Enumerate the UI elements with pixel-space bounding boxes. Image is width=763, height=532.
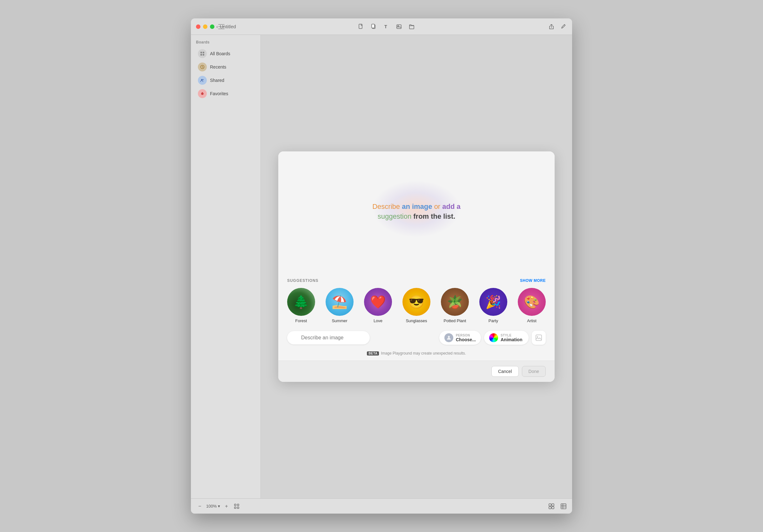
suggestion-pottedplant-label: Potted Plant [444, 318, 466, 323]
suggestion-sunglasses[interactable]: 😎 Sunglasses [402, 288, 430, 323]
svg-point-11 [201, 79, 202, 80]
folder-icon[interactable] [408, 23, 415, 30]
svg-rect-20 [549, 504, 551, 506]
suggestion-artist-icon: 🎨 [518, 288, 546, 316]
main-content: Describe an image or add a suggestion fr… [261, 35, 572, 498]
suggestion-summer-icon: ⛱️ [326, 288, 354, 316]
image-playground-modal: Describe an image or add a suggestion fr… [278, 151, 555, 382]
svg-rect-7 [203, 52, 204, 53]
edit-icon[interactable] [560, 23, 567, 30]
beta-notice-text: Image Playground may create unexpected r… [381, 351, 466, 356]
person-category: PERSON [456, 334, 476, 337]
table-view-button[interactable] [560, 503, 567, 510]
zoom-in-button[interactable]: + [223, 502, 230, 510]
svg-rect-22 [549, 507, 551, 509]
suggestions-header: SUGGESTIONS SHOW MORE [287, 278, 546, 283]
suggestion-party-icon: 🎉 [479, 288, 507, 316]
back-button[interactable]: ‹ Untitled [216, 24, 236, 29]
sidebar-item-shared[interactable]: Shared [193, 74, 259, 87]
svg-rect-18 [234, 507, 236, 508]
beta-notice: BETA Image Playground may create unexpec… [278, 351, 555, 361]
show-more-button[interactable]: SHOW MORE [520, 278, 546, 283]
style-palette-icon [489, 333, 498, 342]
suggestion-party-label: Party [489, 318, 498, 323]
person-chip[interactable]: PERSON Choose... [439, 331, 481, 345]
style-value: Animation [500, 337, 522, 342]
modal-overlay: Describe an image or add a suggestion fr… [261, 35, 572, 498]
prompt-word-add: add a [442, 203, 460, 211]
zoom-dropdown-icon: ▾ [218, 504, 220, 508]
suggestion-sunglasses-label: Sunglasses [406, 318, 427, 323]
suggestion-pottedplant-icon: 🪴 [441, 288, 469, 316]
grid-layout-button[interactable] [548, 503, 555, 510]
app-window: ‹ Untitled T [191, 18, 572, 514]
suggestion-forest[interactable]: 🌲 Forest [287, 288, 315, 323]
person-chip-label: PERSON Choose... [456, 334, 476, 342]
sidebar-item-allboards[interactable]: All Boards [193, 47, 259, 60]
sidebar-item-recents[interactable]: Recents [193, 60, 259, 74]
svg-rect-0 [359, 24, 362, 29]
modal-preview-area: Describe an image or add a suggestion fr… [278, 151, 555, 272]
sidebar-label-shared: Shared [210, 78, 224, 83]
style-chip[interactable]: STYLE Animation [484, 331, 529, 345]
minimize-button[interactable] [203, 25, 207, 29]
close-button[interactable] [196, 25, 200, 29]
suggestions-label: SUGGESTIONS [287, 278, 319, 283]
window-title: Untitled [220, 24, 236, 29]
svg-point-13 [448, 336, 450, 338]
titlebar-right [548, 23, 567, 30]
maximize-button[interactable] [210, 25, 214, 29]
share-icon[interactable] [548, 23, 555, 30]
fit-button[interactable] [233, 502, 241, 510]
suggestion-forest-label: Forest [295, 318, 307, 323]
svg-rect-8 [200, 54, 202, 55]
cancel-button[interactable]: Cancel [491, 366, 519, 377]
toolbar-icons-group: T [357, 23, 415, 30]
svg-point-15 [537, 336, 538, 337]
shared-icon [198, 76, 207, 85]
prompt-word-suggestion: suggestion [378, 212, 414, 220]
image-icon[interactable] [395, 23, 402, 30]
prompt-word-or: or [432, 203, 443, 211]
bottom-right-controls [548, 503, 567, 510]
sidebar-label-recents: Recents [210, 64, 226, 69]
sidebar-item-favorites[interactable]: Favorites [193, 87, 259, 100]
svg-rect-24 [561, 504, 566, 509]
zoom-level[interactable]: 100% ▾ [206, 504, 220, 508]
svg-rect-2 [372, 24, 375, 28]
suggestion-party[interactable]: 🎉 Party [479, 288, 507, 323]
recents-icon [198, 62, 207, 71]
suggestion-pottedplant[interactable]: 🪴 Potted Plant [441, 288, 469, 323]
suggestion-love[interactable]: ❤️ Love [364, 288, 392, 323]
modal-input-row: ✦ PERSON [278, 328, 555, 351]
prompt-word-an-image: an image [402, 203, 432, 211]
suggestion-summer[interactable]: ⛱️ Summer [326, 288, 354, 323]
favorites-icon [198, 89, 207, 98]
suggestions-grid: 🌲 Forest ⛱️ Summer ❤️ Love [287, 288, 546, 323]
svg-rect-9 [203, 54, 204, 55]
back-icon: ‹ [216, 24, 218, 29]
bottom-bar: − 100% ▾ + [191, 498, 572, 514]
zoom-out-button[interactable]: − [196, 502, 204, 510]
copy-icon[interactable] [370, 23, 377, 30]
prompt-word-from: from the list. [413, 212, 455, 220]
done-button[interactable]: Done [522, 366, 546, 377]
describe-input-wrapper: ✦ [287, 331, 436, 344]
doc-icon[interactable] [357, 23, 364, 30]
suggestion-artist[interactable]: 🎨 Artist [518, 288, 546, 323]
modal-prompt-text: Describe an image or add a suggestion fr… [372, 202, 461, 222]
suggestion-artist-label: Artist [527, 318, 536, 323]
svg-text:T: T [384, 24, 387, 29]
prompt-word-describe: Describe [372, 203, 402, 211]
suggestion-love-label: Love [374, 318, 382, 323]
add-image-button[interactable] [532, 331, 546, 345]
suggestions-section: SUGGESTIONS SHOW MORE 🌲 Forest ⛱️ Summer [278, 272, 555, 328]
svg-rect-17 [237, 504, 239, 506]
svg-rect-21 [552, 504, 554, 506]
traffic-lights [196, 25, 214, 29]
modal-footer: Cancel Done [278, 361, 555, 382]
beta-badge: BETA [367, 351, 379, 356]
describe-image-input[interactable] [287, 331, 370, 344]
style-category: STYLE [500, 334, 522, 337]
text-icon[interactable]: T [383, 23, 390, 30]
